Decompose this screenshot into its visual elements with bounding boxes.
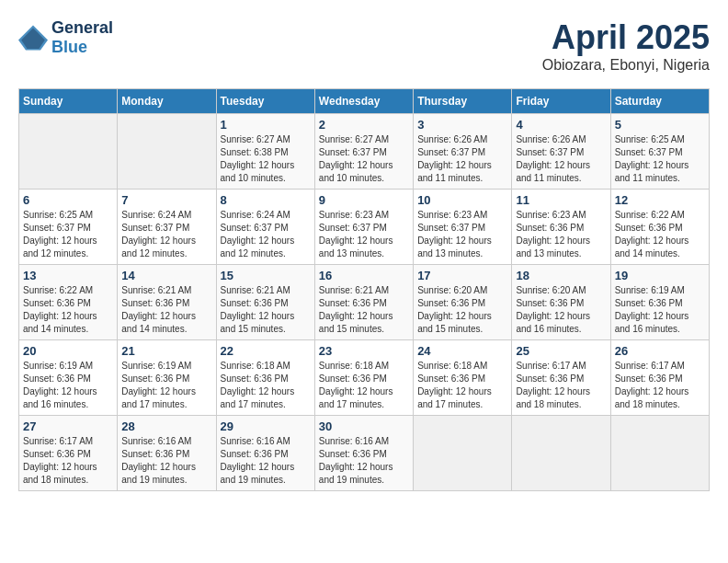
header-tuesday: Tuesday <box>216 89 314 114</box>
days-header-row: SundayMondayTuesdayWednesdayThursdayFrid… <box>19 89 710 114</box>
day-number: 7 <box>121 193 211 207</box>
day-info: Sunrise: 6:23 AM Sunset: 6:36 PM Dayligh… <box>516 209 606 260</box>
header-saturday: Saturday <box>610 89 709 114</box>
calendar-cell: 26Sunrise: 6:17 AM Sunset: 6:36 PM Dayli… <box>610 340 709 416</box>
header-monday: Monday <box>118 89 216 114</box>
calendar-cell <box>512 416 610 491</box>
day-number: 15 <box>221 269 311 282</box>
calendar-table: SundayMondayTuesdayWednesdayThursdayFrid… <box>18 88 710 491</box>
logo-icon <box>18 25 48 51</box>
day-info: Sunrise: 6:23 AM Sunset: 6:37 PM Dayligh… <box>319 209 409 260</box>
calendar-cell: 4Sunrise: 6:26 AM Sunset: 6:37 PM Daylig… <box>512 114 610 190</box>
calendar-cell: 19Sunrise: 6:19 AM Sunset: 6:36 PM Dayli… <box>610 265 709 340</box>
day-info: Sunrise: 6:19 AM Sunset: 6:36 PM Dayligh… <box>23 360 113 411</box>
calendar-cell: 30Sunrise: 6:16 AM Sunset: 6:36 PM Dayli… <box>314 416 413 491</box>
day-info: Sunrise: 6:18 AM Sunset: 6:36 PM Dayligh… <box>417 360 507 411</box>
day-info: Sunrise: 6:26 AM Sunset: 6:37 PM Dayligh… <box>417 133 507 185</box>
day-info: Sunrise: 6:18 AM Sunset: 6:36 PM Dayligh… <box>319 360 409 411</box>
calendar-cell: 24Sunrise: 6:18 AM Sunset: 6:36 PM Dayli… <box>414 340 512 416</box>
calendar-cell: 7Sunrise: 6:24 AM Sunset: 6:37 PM Daylig… <box>118 190 216 265</box>
day-info: Sunrise: 6:25 AM Sunset: 6:37 PM Dayligh… <box>23 209 113 260</box>
calendar-cell: 14Sunrise: 6:21 AM Sunset: 6:36 PM Dayli… <box>118 265 216 340</box>
calendar-cell: 18Sunrise: 6:20 AM Sunset: 6:36 PM Dayli… <box>512 265 610 340</box>
day-info: Sunrise: 6:17 AM Sunset: 6:36 PM Dayligh… <box>516 360 606 411</box>
calendar-cell: 11Sunrise: 6:23 AM Sunset: 6:36 PM Dayli… <box>512 190 610 265</box>
day-number: 29 <box>221 419 311 433</box>
day-info: Sunrise: 6:27 AM Sunset: 6:38 PM Dayligh… <box>221 133 311 185</box>
day-number: 11 <box>516 193 606 207</box>
calendar-cell: 20Sunrise: 6:19 AM Sunset: 6:36 PM Dayli… <box>19 340 118 416</box>
calendar-title: April 2025 <box>542 18 710 57</box>
day-number: 17 <box>417 269 507 282</box>
week-row-4: 20Sunrise: 6:19 AM Sunset: 6:36 PM Dayli… <box>19 340 710 416</box>
calendar-cell <box>610 416 709 491</box>
calendar-cell: 16Sunrise: 6:21 AM Sunset: 6:36 PM Dayli… <box>314 265 413 340</box>
calendar-cell: 21Sunrise: 6:19 AM Sunset: 6:36 PM Dayli… <box>118 340 216 416</box>
day-number: 13 <box>23 269 113 282</box>
calendar-cell <box>118 114 216 190</box>
day-number: 14 <box>121 269 211 282</box>
calendar-cell: 22Sunrise: 6:18 AM Sunset: 6:36 PM Dayli… <box>216 340 314 416</box>
day-number: 3 <box>417 118 507 132</box>
day-number: 8 <box>221 193 311 207</box>
day-number: 2 <box>319 118 409 132</box>
day-info: Sunrise: 6:16 AM Sunset: 6:36 PM Dayligh… <box>221 435 311 487</box>
day-number: 4 <box>516 118 606 132</box>
day-info: Sunrise: 6:21 AM Sunset: 6:36 PM Dayligh… <box>319 284 409 336</box>
day-info: Sunrise: 6:25 AM Sunset: 6:37 PM Dayligh… <box>615 133 705 185</box>
calendar-cell: 17Sunrise: 6:20 AM Sunset: 6:36 PM Dayli… <box>414 265 512 340</box>
day-info: Sunrise: 6:17 AM Sunset: 6:36 PM Dayligh… <box>615 360 705 411</box>
calendar-cell: 6Sunrise: 6:25 AM Sunset: 6:37 PM Daylig… <box>19 190 118 265</box>
day-info: Sunrise: 6:21 AM Sunset: 6:36 PM Dayligh… <box>121 284 211 336</box>
day-number: 5 <box>615 118 705 132</box>
calendar-cell: 9Sunrise: 6:23 AM Sunset: 6:37 PM Daylig… <box>314 190 413 265</box>
day-info: Sunrise: 6:21 AM Sunset: 6:36 PM Dayligh… <box>221 284 311 336</box>
day-number: 9 <box>319 193 409 207</box>
calendar-subtitle: Obiozara, Ebonyi, Nigeria <box>542 57 710 74</box>
day-info: Sunrise: 6:19 AM Sunset: 6:36 PM Dayligh… <box>615 284 705 336</box>
day-info: Sunrise: 6:20 AM Sunset: 6:36 PM Dayligh… <box>417 284 507 336</box>
week-row-2: 6Sunrise: 6:25 AM Sunset: 6:37 PM Daylig… <box>19 190 710 265</box>
logo: General Blue <box>18 18 113 57</box>
calendar-cell: 25Sunrise: 6:17 AM Sunset: 6:36 PM Dayli… <box>512 340 610 416</box>
calendar-cell: 10Sunrise: 6:23 AM Sunset: 6:37 PM Dayli… <box>414 190 512 265</box>
day-info: Sunrise: 6:23 AM Sunset: 6:37 PM Dayligh… <box>417 209 507 260</box>
day-info: Sunrise: 6:22 AM Sunset: 6:36 PM Dayligh… <box>615 209 705 260</box>
calendar-cell <box>19 114 118 190</box>
header-thursday: Thursday <box>414 89 512 114</box>
day-number: 23 <box>319 344 409 358</box>
day-info: Sunrise: 6:26 AM Sunset: 6:37 PM Dayligh… <box>516 133 606 185</box>
day-info: Sunrise: 6:16 AM Sunset: 6:36 PM Dayligh… <box>319 435 409 487</box>
calendar-cell: 12Sunrise: 6:22 AM Sunset: 6:36 PM Dayli… <box>610 190 709 265</box>
header-friday: Friday <box>512 89 610 114</box>
calendar-cell: 2Sunrise: 6:27 AM Sunset: 6:37 PM Daylig… <box>314 114 413 190</box>
day-number: 1 <box>221 118 311 132</box>
day-number: 25 <box>516 344 606 358</box>
day-number: 21 <box>121 344 211 358</box>
day-number: 26 <box>615 344 705 358</box>
day-number: 20 <box>23 344 113 358</box>
page-header: General Blue April 2025 Obiozara, Ebonyi… <box>18 18 710 74</box>
day-info: Sunrise: 6:22 AM Sunset: 6:36 PM Dayligh… <box>23 284 113 336</box>
calendar-cell: 1Sunrise: 6:27 AM Sunset: 6:38 PM Daylig… <box>216 114 314 190</box>
day-info: Sunrise: 6:24 AM Sunset: 6:37 PM Dayligh… <box>121 209 211 260</box>
calendar-cell: 23Sunrise: 6:18 AM Sunset: 6:36 PM Dayli… <box>314 340 413 416</box>
header-sunday: Sunday <box>19 89 118 114</box>
week-row-1: 1Sunrise: 6:27 AM Sunset: 6:38 PM Daylig… <box>19 114 710 190</box>
day-info: Sunrise: 6:16 AM Sunset: 6:36 PM Dayligh… <box>121 435 211 487</box>
day-number: 10 <box>417 193 507 207</box>
day-number: 12 <box>615 193 705 207</box>
day-number: 18 <box>516 269 606 282</box>
logo-text: General Blue <box>51 18 113 57</box>
day-number: 30 <box>319 419 409 433</box>
title-block: April 2025 Obiozara, Ebonyi, Nigeria <box>542 18 710 74</box>
calendar-cell: 3Sunrise: 6:26 AM Sunset: 6:37 PM Daylig… <box>414 114 512 190</box>
calendar-cell: 27Sunrise: 6:17 AM Sunset: 6:36 PM Dayli… <box>19 416 118 491</box>
calendar-cell: 8Sunrise: 6:24 AM Sunset: 6:37 PM Daylig… <box>216 190 314 265</box>
day-number: 6 <box>23 193 113 207</box>
day-info: Sunrise: 6:17 AM Sunset: 6:36 PM Dayligh… <box>23 435 113 487</box>
calendar-cell: 5Sunrise: 6:25 AM Sunset: 6:37 PM Daylig… <box>610 114 709 190</box>
week-row-5: 27Sunrise: 6:17 AM Sunset: 6:36 PM Dayli… <box>19 416 710 491</box>
day-info: Sunrise: 6:20 AM Sunset: 6:36 PM Dayligh… <box>516 284 606 336</box>
calendar-cell: 15Sunrise: 6:21 AM Sunset: 6:36 PM Dayli… <box>216 265 314 340</box>
